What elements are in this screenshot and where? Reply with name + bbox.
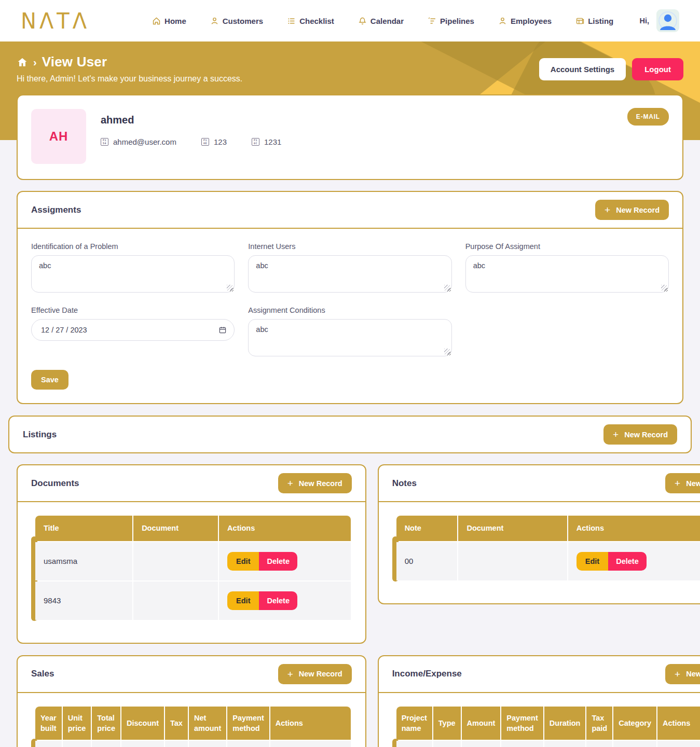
home-breadcrumb-icon[interactable] — [17, 57, 28, 68]
cell-unit-price: $7 — [63, 741, 91, 747]
save-button[interactable]: Save — [31, 370, 68, 390]
notes-header: Notes + New Record — [379, 465, 700, 502]
table-header-row: Project name Type Amount Payment method … — [396, 707, 700, 740]
nav-item-label: Checklist — [299, 17, 334, 25]
user-initials: AH — [49, 129, 68, 144]
column-header: Category — [613, 707, 656, 740]
user-email-value: ahmed@user.com — [113, 137, 176, 146]
edit-button[interactable]: Edit — [227, 591, 259, 610]
nav-item-listing[interactable]: Listing — [575, 17, 613, 25]
nav-item-label: Listing — [588, 17, 613, 25]
contact-row: F154 ahmed@user.com F10E 123 F16C 1231 — [101, 137, 281, 146]
plus-icon: + — [675, 670, 680, 679]
conditions-textarea[interactable]: abc — [248, 319, 451, 356]
column-header: Type — [433, 707, 461, 740]
nav-item-employees[interactable]: Employees — [498, 17, 552, 25]
field-effective-date: Effective Date — [31, 306, 235, 358]
column-header: Actions — [219, 516, 351, 541]
new-record-label: New Record — [299, 479, 342, 488]
logout-button[interactable]: Logout — [632, 58, 683, 80]
documents-table: Title Document Actions usamsma — [34, 515, 352, 620]
field-label: Internet Users — [248, 242, 451, 251]
section-title: Income/Expense — [392, 669, 462, 679]
cell-tax: $7 — [165, 741, 188, 747]
column-header: Discount — [121, 707, 164, 740]
cell-document — [458, 542, 567, 580]
user-card: AH ahmed F154 ahmed@user.com F10E 123 — [17, 94, 683, 180]
delete-button[interactable]: Delete — [259, 552, 297, 571]
person-icon — [498, 17, 507, 25]
cell-duration: 0 — [544, 741, 586, 747]
field-internet-users: Internet Users abc — [248, 242, 451, 295]
user-alt-phone: F16C 1231 — [252, 137, 281, 146]
breadcrumb: › View User — [17, 54, 242, 70]
banner-heading: › View User Hi there, Admin! Let's make … — [17, 54, 242, 84]
edit-button[interactable]: Edit — [577, 552, 608, 571]
new-record-label: New Record — [624, 431, 668, 439]
account-settings-button[interactable]: Account Settings — [539, 58, 626, 80]
user-avatar[interactable] — [656, 9, 679, 32]
column-header: Net amount — [189, 707, 226, 740]
nav-right: Hi, — [639, 9, 679, 32]
cell-project-name: 000 — [396, 741, 432, 747]
new-record-button[interactable]: + New Record — [665, 473, 700, 493]
nav-item-checklist[interactable]: Checklist — [287, 17, 334, 25]
field-label: Purpose Of Assigment — [465, 242, 669, 251]
documents-body: Title Document Actions usamsma — [18, 502, 365, 642]
effective-date-input[interactable] — [31, 319, 235, 341]
cell-actions: Edit Delete — [219, 542, 351, 580]
cell-total-price: $7 — [92, 741, 120, 747]
documents-card: Documents + New Record Title Document A — [17, 464, 366, 643]
column-header: Actions — [568, 516, 700, 541]
cell-tax-paid: $ — [586, 741, 612, 747]
avatar-person-icon — [656, 9, 679, 32]
cell-type: Sale — [433, 741, 461, 747]
notes-body: Note Document Actions 00 — [379, 502, 700, 603]
cell-actions: Edit Delete — [657, 741, 700, 747]
email-badge[interactable]: E-MAIL — [627, 108, 669, 126]
purpose-textarea[interactable]: abc — [465, 255, 669, 293]
missing-glyph-icon: F10E — [201, 138, 209, 146]
section-title: Sales — [31, 669, 54, 679]
new-record-button[interactable]: + New Record — [665, 664, 700, 684]
table-row: 00 Edit Delete — [396, 542, 700, 580]
nav-item-customers[interactable]: Customers — [210, 17, 263, 25]
new-record-button[interactable]: + New Record — [603, 424, 677, 445]
new-record-button[interactable]: + New Record — [278, 664, 352, 684]
problem-textarea[interactable]: abc — [31, 255, 235, 293]
calendar-icon[interactable] — [218, 326, 227, 334]
field-conditions: Assignment Conditions abc — [248, 306, 451, 358]
nav-item-calendar[interactable]: Calendar — [358, 17, 404, 25]
user-info: ahmed F154 ahmed@user.com F10E 123 F1 — [101, 109, 281, 165]
column-header: Document — [133, 516, 218, 541]
cell-net-amount: $7 — [189, 741, 226, 747]
new-record-label: New Record — [299, 670, 342, 678]
edit-button[interactable]: Edit — [227, 552, 259, 571]
missing-glyph-icon: F154 — [101, 138, 108, 146]
plus-icon: + — [605, 205, 610, 214]
plus-icon: + — [675, 479, 680, 488]
notes-table: Note Document Actions 00 — [395, 515, 700, 581]
table-header-row: Title Document Actions — [35, 516, 351, 541]
section-title: Notes — [392, 478, 417, 489]
top-nav: NΛTΛ Home Customers Checklist Calendar — [0, 0, 700, 42]
nav-item-pipelines[interactable]: Pipelines — [428, 17, 474, 25]
new-record-button[interactable]: + New Record — [595, 200, 669, 220]
field-label: Identification of a Problem — [31, 242, 235, 251]
person-icon — [210, 17, 219, 25]
nav-item-label: Calendar — [370, 17, 404, 25]
section-title: Documents — [31, 478, 79, 489]
delete-button[interactable]: Delete — [259, 591, 297, 610]
checklist-icon — [287, 17, 296, 25]
brand-logo[interactable]: NΛTΛ — [21, 10, 90, 32]
delete-button[interactable]: Delete — [608, 552, 647, 571]
column-header: Actions — [657, 707, 700, 740]
user-phone: F10E 123 — [201, 137, 227, 146]
nav-item-home[interactable]: Home — [152, 17, 186, 25]
internet-users-textarea[interactable]: abc — [248, 255, 451, 293]
new-record-button[interactable]: + New Record — [278, 473, 352, 493]
column-header: Unit price — [63, 707, 91, 740]
column-header: Note — [396, 516, 458, 541]
column-header: Actions — [270, 707, 351, 740]
cards-grid: Documents + New Record Title Document A — [17, 464, 683, 747]
